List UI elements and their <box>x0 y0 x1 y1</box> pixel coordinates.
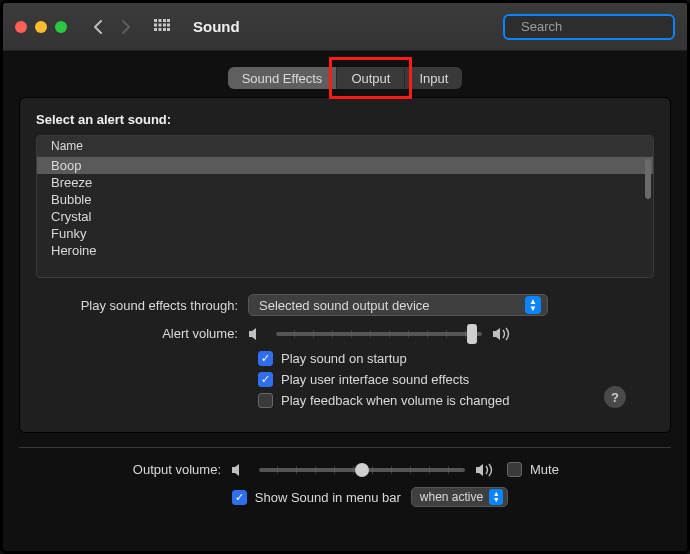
alert-sound-list[interactable]: Name Boop Breeze Bubble Crystal Funky He… <box>36 135 654 278</box>
startup-sound-checkbox[interactable]: ✓ <box>258 351 273 366</box>
chevron-up-down-icon: ▲▼ <box>489 489 503 505</box>
speaker-high-icon <box>492 327 510 341</box>
minimize-window-button[interactable] <box>35 21 47 33</box>
back-button[interactable] <box>87 16 109 38</box>
svg-rect-0 <box>154 19 157 22</box>
nav-buttons <box>87 16 137 38</box>
svg-rect-10 <box>163 28 166 31</box>
svg-rect-8 <box>154 28 157 31</box>
forward-button[interactable] <box>115 16 137 38</box>
scrollbar-thumb[interactable] <box>645 159 651 199</box>
tab-sound-effects[interactable]: Sound Effects <box>228 67 337 89</box>
alert-row[interactable]: Funky <box>37 225 653 242</box>
speaker-low-icon <box>231 463 249 477</box>
search-field[interactable] <box>503 14 675 40</box>
alert-list-column: Name <box>37 136 653 157</box>
show-all-button[interactable] <box>151 16 173 38</box>
svg-rect-7 <box>167 23 170 26</box>
startup-sound-label: Play sound on startup <box>281 351 407 366</box>
menubar-mode-value: when active <box>420 490 483 504</box>
chevron-up-down-icon: ▲▼ <box>525 296 541 314</box>
traffic-lights <box>15 21 67 33</box>
alert-row[interactable]: Bubble <box>37 191 653 208</box>
speaker-low-icon <box>248 327 266 341</box>
alert-volume-slider[interactable] <box>248 327 510 341</box>
svg-rect-6 <box>163 23 166 26</box>
output-volume-slider[interactable] <box>231 463 493 477</box>
window-title: Sound <box>193 18 240 35</box>
ui-sounds-checkbox[interactable]: ✓ <box>258 372 273 387</box>
play-through-label: Play sound effects through: <box>36 298 248 313</box>
sound-effects-panel: Select an alert sound: Name Boop Breeze … <box>19 97 671 433</box>
alert-row[interactable]: Boop <box>37 157 653 174</box>
help-button[interactable]: ? <box>604 386 626 408</box>
svg-rect-11 <box>167 28 170 31</box>
svg-rect-9 <box>159 28 162 31</box>
svg-rect-4 <box>154 23 157 26</box>
svg-rect-3 <box>167 19 170 22</box>
play-through-value: Selected sound output device <box>259 298 430 313</box>
window-toolbar: Sound <box>3 3 687 51</box>
tab-output[interactable]: Output <box>337 67 404 89</box>
alert-row[interactable]: Crystal <box>37 208 653 225</box>
play-through-popup[interactable]: Selected sound output device ▲▼ <box>248 294 548 316</box>
alert-volume-label: Alert volume: <box>36 326 248 341</box>
menubar-mode-popup[interactable]: when active ▲▼ <box>411 487 508 507</box>
tabs: Sound Effects Output Input <box>228 67 463 89</box>
menubar-checkbox[interactable]: ✓ <box>232 490 247 505</box>
alert-row[interactable]: Breeze <box>37 174 653 191</box>
alert-row[interactable]: Heroine <box>37 242 653 259</box>
svg-rect-2 <box>163 19 166 22</box>
volume-feedback-checkbox[interactable] <box>258 393 273 408</box>
speaker-high-icon <box>475 463 493 477</box>
menubar-label: Show Sound in menu bar <box>255 490 401 505</box>
svg-rect-5 <box>159 23 162 26</box>
alerts-heading: Select an alert sound: <box>36 112 654 127</box>
output-volume-label: Output volume: <box>19 462 231 477</box>
slider-thumb[interactable] <box>355 463 369 477</box>
zoom-window-button[interactable] <box>55 21 67 33</box>
mute-checkbox[interactable] <box>507 462 522 477</box>
search-input[interactable] <box>519 18 690 35</box>
tab-input[interactable]: Input <box>405 67 462 89</box>
ui-sounds-label: Play user interface sound effects <box>281 372 469 387</box>
slider-thumb[interactable] <box>467 324 477 344</box>
volume-feedback-label: Play feedback when volume is changed <box>281 393 509 408</box>
svg-rect-1 <box>159 19 162 22</box>
close-window-button[interactable] <box>15 21 27 33</box>
mute-label: Mute <box>530 462 559 477</box>
